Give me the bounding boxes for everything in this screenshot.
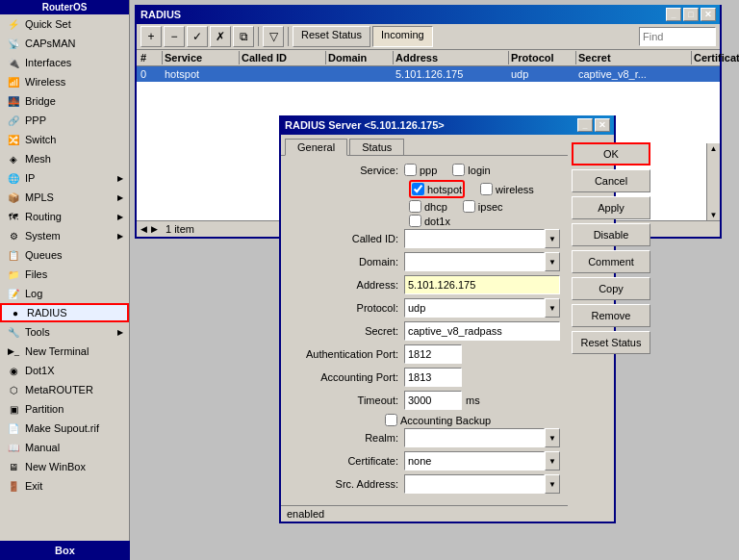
enable-button[interactable]: ✓ [187, 26, 208, 47]
sidebar-item-partition[interactable]: ▣ Partition [0, 399, 129, 419]
find-input[interactable] [639, 27, 716, 46]
sidebar-item-log[interactable]: 📝 Log [0, 284, 129, 303]
dhcp-label: dhcp [424, 201, 447, 213]
ipsec-checkbox[interactable] [463, 200, 475, 213]
secret-input[interactable] [404, 321, 560, 341]
reset-status-dialog-button[interactable]: Reset Status [572, 331, 650, 354]
scrollbar[interactable]: ▲ ▼ [706, 143, 720, 220]
called-id-arrow[interactable]: ▼ [545, 229, 560, 248]
realm-input[interactable] [404, 428, 545, 447]
src-addr-input[interactable] [404, 474, 545, 494]
ppp-checkbox[interactable] [404, 164, 417, 176]
sidebar-item-wireless[interactable]: 📶 Wireless [0, 72, 129, 91]
dhcp-checkbox[interactable] [409, 200, 421, 213]
address-input[interactable] [404, 275, 560, 294]
switch-icon: 🔀 [6, 132, 21, 147]
login-checkbox-item: login [452, 164, 490, 176]
tab-general[interactable]: General [285, 139, 347, 156]
tools-icon: 🔧 [6, 324, 21, 340]
main-content: RADIUS _ □ ✕ + − ✓ ✗ ⧉ ▽ Reset Status In… [130, 0, 739, 560]
auth-port-input[interactable] [404, 344, 462, 364]
sidebar-item-radius[interactable]: ● RADIUS [0, 303, 129, 322]
sidebar-item-ppp[interactable]: 🔗 PPP [0, 111, 129, 130]
cert-arrow[interactable]: ▼ [545, 451, 560, 471]
sidebar-item-mesh[interactable]: ◈ Mesh [0, 149, 129, 168]
scroll-left-btn[interactable]: ◀ [140, 224, 147, 234]
comment-button[interactable]: Comment [572, 250, 650, 273]
add-button[interactable]: + [140, 26, 162, 47]
sidebar-item-exit[interactable]: 🚪 Exit [0, 476, 129, 496]
sidebar-item-capsman[interactable]: 📡 CAPsMAN [0, 34, 129, 53]
src-addr-arrow[interactable]: ▼ [545, 474, 560, 494]
cert-field: ▼ [404, 451, 560, 471]
remove-button[interactable]: − [164, 26, 185, 47]
dot1x-icon: ◉ [6, 363, 21, 378]
disable-button[interactable]: Disable [572, 223, 650, 246]
sidebar-item-system[interactable]: ⚙ System ▶ [0, 226, 129, 245]
sidebar-item-switch[interactable]: 🔀 Switch [0, 130, 129, 149]
service-row2: hotspot wireless [289, 180, 560, 198]
protocol-input[interactable] [404, 298, 545, 318]
dialog-body: Service: ppp login [281, 155, 568, 505]
hotspot-checkbox[interactable] [412, 183, 424, 195]
maximize-button[interactable]: □ [683, 8, 699, 21]
acct-port-input[interactable] [404, 368, 462, 387]
minimize-button[interactable]: _ [666, 8, 681, 21]
sidebar-item-routing[interactable]: 🗺 Routing ▶ [0, 207, 129, 226]
service-checkboxes-row1: ppp login [404, 164, 491, 176]
server-close-button[interactable]: ✕ [595, 118, 610, 132]
protocol-field: ▼ [404, 298, 560, 318]
table-row[interactable]: 0 hotspot 5.101.126.175 udp captive_v8_r… [137, 66, 720, 82]
domain-arrow[interactable]: ▼ [545, 252, 560, 271]
sidebar-item-bridge[interactable]: 🌉 Bridge [0, 91, 129, 111]
called-id-label: Called ID: [289, 233, 404, 244]
mesh-icon: ◈ [6, 151, 21, 166]
copy-button[interactable]: Copy [572, 277, 650, 300]
incoming-button[interactable]: Incoming [372, 26, 433, 47]
copy-toolbar-button[interactable]: ⧉ [233, 26, 254, 47]
sidebar-item-metarouter[interactable]: ⬡ MetaROUTER [0, 380, 129, 399]
protocol-arrow[interactable]: ▼ [545, 298, 560, 318]
domain-input[interactable] [404, 252, 545, 271]
reset-status-button[interactable]: Reset Status [293, 26, 370, 47]
cancel-button[interactable]: Cancel [572, 169, 650, 192]
sidebar-item-manual[interactable]: 📖 Manual [0, 438, 129, 457]
dot1x-checkbox[interactable] [409, 215, 421, 227]
acct-backup-checkbox[interactable] [385, 414, 397, 426]
sidebar-item-quick-set[interactable]: ⚡ Quick Set [0, 14, 129, 34]
sidebar-item-dot1x[interactable]: ◉ Dot1X [0, 361, 129, 380]
sidebar-item-tools[interactable]: 🔧 Tools ▶ [0, 322, 129, 342]
sidebar-item-new-terminal[interactable]: ▶_ New Terminal [0, 342, 129, 361]
realm-arrow[interactable]: ▼ [545, 428, 560, 447]
metarouter-icon: ⬡ [6, 382, 21, 397]
sidebar-item-new-winbox[interactable]: 🖥 New WinBox [0, 457, 129, 476]
capsman-icon: 📡 [6, 36, 21, 51]
scroll-right-btn[interactable]: ▶ [151, 224, 158, 234]
auth-port-row: Authentication Port: [289, 344, 560, 364]
sidebar-item-mpls[interactable]: 📦 MPLS ▶ [0, 188, 129, 207]
wireless-checkbox[interactable] [480, 183, 493, 195]
timeout-input[interactable] [404, 391, 462, 410]
dhcp-checkbox-item: dhcp [409, 200, 447, 213]
server-minimize-button[interactable]: _ [577, 118, 593, 132]
filter-button[interactable]: ▽ [263, 26, 284, 47]
ok-button[interactable]: OK [572, 142, 650, 165]
apply-button[interactable]: Apply [572, 196, 650, 219]
remove-button[interactable]: Remove [572, 304, 650, 327]
ip-arrow: ▶ [117, 174, 123, 183]
sidebar-item-ip[interactable]: 🌐 IP ▶ [0, 168, 129, 188]
toolbar-separator2 [288, 27, 289, 46]
sidebar-item-files[interactable]: 📁 Files [0, 265, 129, 284]
sidebar-item-interfaces[interactable]: 🔌 Interfaces [0, 53, 129, 72]
called-id-input[interactable] [404, 229, 545, 248]
login-checkbox[interactable] [452, 164, 465, 176]
ipsec-label: ipsec [478, 201, 503, 213]
domain-row: Domain: ▼ [289, 252, 560, 271]
close-button[interactable]: ✕ [701, 8, 716, 21]
sidebar-item-make-supout[interactable]: 📄 Make Supout.rif [0, 419, 129, 438]
system-arrow: ▶ [117, 232, 123, 241]
tab-status[interactable]: Status [349, 139, 404, 155]
disable-button[interactable]: ✗ [210, 26, 231, 47]
sidebar-item-queues[interactable]: 📋 Queues [0, 245, 129, 265]
cert-input[interactable] [404, 451, 545, 471]
